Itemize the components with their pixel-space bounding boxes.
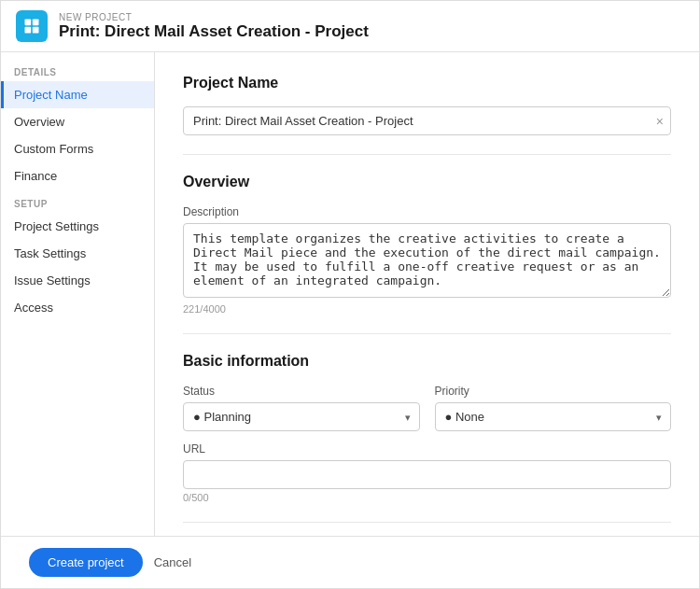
description-char-count: 221/4000 xyxy=(183,303,671,315)
divider-2 xyxy=(183,333,671,334)
sidebar-item-finance[interactable]: Finance xyxy=(1,162,154,189)
description-label: Description xyxy=(183,205,671,218)
url-char-count: 0/500 xyxy=(183,492,671,503)
divider-3 xyxy=(183,522,671,523)
svg-rect-0 xyxy=(25,20,32,26)
body: Details Project Name Overview Custom For… xyxy=(1,52,699,536)
sidebar-item-access[interactable]: Access xyxy=(1,294,154,321)
project-name-clear-button[interactable]: × xyxy=(656,115,664,128)
sidebar-item-issue-settings[interactable]: Issue Settings xyxy=(1,267,154,294)
priority-select-wrapper: ● None Low Medium High ▾ xyxy=(435,402,672,431)
project-icon xyxy=(16,10,48,42)
sidebar-item-project-name[interactable]: Project Name xyxy=(1,81,154,108)
priority-label: Priority xyxy=(435,385,672,398)
url-input[interactable] xyxy=(183,460,671,489)
footer: Create project Cancel xyxy=(1,536,699,588)
project-name-field-wrapper: × xyxy=(183,106,671,135)
svg-rect-1 xyxy=(33,20,39,26)
status-select[interactable]: ● Planning Current Complete xyxy=(183,402,420,431)
priority-col: Priority ● None Low Medium High ▾ xyxy=(435,385,672,431)
description-textarea[interactable]: This template organizes the creative act… xyxy=(183,223,671,298)
project-name-section-title: Project Name xyxy=(183,75,671,91)
url-field-wrapper: URL 0/500 xyxy=(183,442,671,503)
status-priority-row: Status ● Planning Current Complete ▾ Pri… xyxy=(183,385,671,431)
app-header: New Project Print: Direct Mail Asset Cre… xyxy=(1,1,699,52)
project-name-input[interactable] xyxy=(183,106,671,135)
sidebar-details-label: Details xyxy=(1,67,154,77)
sidebar: Details Project Name Overview Custom For… xyxy=(1,52,155,536)
main-content: Project Name × Overview Description This… xyxy=(155,52,699,536)
basic-info-section-title: Basic information xyxy=(183,353,671,370)
sidebar-item-task-settings[interactable]: Task Settings xyxy=(1,240,154,267)
overview-section-title: Overview xyxy=(183,174,671,190)
url-label: URL xyxy=(183,442,671,456)
create-project-button[interactable]: Create project xyxy=(29,548,143,577)
sidebar-setup-label: Setup xyxy=(1,199,154,209)
header-text: New Project Print: Direct Mail Asset Cre… xyxy=(59,12,369,41)
header-subtitle: New Project xyxy=(59,12,369,22)
header-title: Print: Direct Mail Asset Creation - Proj… xyxy=(59,22,369,41)
sidebar-item-custom-forms[interactable]: Custom Forms xyxy=(1,135,154,162)
svg-rect-2 xyxy=(25,27,32,34)
sidebar-item-overview[interactable]: Overview xyxy=(1,108,154,135)
divider-1 xyxy=(183,154,671,155)
sidebar-item-project-settings[interactable]: Project Settings xyxy=(1,213,154,240)
cancel-button[interactable]: Cancel xyxy=(154,555,191,569)
status-select-wrapper: ● Planning Current Complete ▾ xyxy=(183,402,420,431)
svg-rect-3 xyxy=(33,27,39,34)
priority-select[interactable]: ● None Low Medium High xyxy=(435,402,672,431)
status-label: Status xyxy=(183,385,420,398)
status-col: Status ● Planning Current Complete ▾ xyxy=(183,385,420,431)
